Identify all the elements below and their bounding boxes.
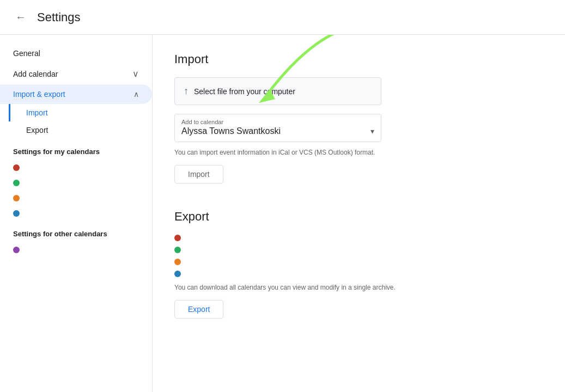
import-section-title: Import (174, 52, 543, 66)
chevron-up-icon: ∧ (133, 90, 139, 99)
calendar-dot-orange (13, 195, 20, 201)
chevron-down-icon: ∨ (132, 69, 139, 79)
export-dot-2 (174, 247, 543, 253)
header: ← Settings (0, 0, 565, 35)
export-section-title: Export (174, 210, 543, 224)
my-calendar-item-1[interactable] (0, 160, 152, 175)
page-title: Settings (37, 10, 81, 24)
upload-icon: ↑ (184, 85, 189, 97)
export-button[interactable]: Export (174, 300, 223, 318)
sidebar-item-import-export[interactable]: Import & export ∧ (0, 84, 152, 104)
export-dot-orange (174, 259, 181, 265)
calendar-dot-red (13, 164, 20, 171)
calendar-dot-purple (13, 247, 20, 253)
calendar-dot-blue (13, 210, 20, 217)
add-to-calendar-label: Add to calendar (181, 119, 374, 125)
calendar-dot-green (13, 180, 20, 186)
sidebar-item-add-calendar[interactable]: Add calendar ∨ (0, 63, 152, 84)
sidebar: General Add calendar ∨ Import & export ∧… (0, 35, 153, 392)
my-calendar-item-2[interactable] (0, 175, 152, 191)
import-button[interactable]: Import (174, 165, 223, 183)
export-hint-text: You can download all calendars you can v… (174, 284, 425, 291)
my-calendar-item-3[interactable] (0, 191, 152, 206)
export-dot-4 (174, 271, 543, 277)
my-calendars-section-header: Settings for my calendars (0, 139, 152, 160)
add-to-calendar-value: Alyssa Towns Swantkoski ▾ (181, 126, 374, 136)
layout: General Add calendar ∨ Import & export ∧… (0, 35, 565, 392)
export-dot-3 (174, 259, 543, 265)
other-calendar-item-1[interactable] (0, 242, 152, 258)
add-to-calendar-dropdown[interactable]: Add to calendar Alyssa Towns Swantkoski … (174, 114, 381, 142)
import-hint-text: You can import event information in iCal… (174, 149, 403, 156)
export-dot-blue (174, 271, 181, 277)
export-dot-red (174, 235, 181, 241)
main-content: Import ↑ Select file from your computer … (153, 35, 565, 392)
sidebar-item-export[interactable]: Export (9, 121, 152, 139)
calendar-selected-value: Alyssa Towns Swantkoski (181, 126, 281, 136)
select-file-label: Select file from your computer (194, 87, 295, 96)
export-section: Export You can download all calendars yo… (174, 210, 543, 318)
dropdown-arrow-icon: ▾ (370, 127, 374, 136)
sidebar-item-general[interactable]: General (0, 44, 152, 63)
back-button[interactable]: ← (13, 9, 28, 26)
sidebar-item-import[interactable]: Import (9, 104, 152, 121)
select-file-button[interactable]: ↑ Select file from your computer (174, 77, 381, 105)
export-calendar-dots (174, 235, 543, 277)
my-calendar-item-4[interactable] (0, 206, 152, 221)
export-dot-1 (174, 235, 543, 241)
other-calendars-section-header: Settings for other calendars (0, 221, 152, 242)
sidebar-sub-menu: Import Export (0, 104, 152, 139)
export-dot-green (174, 247, 181, 253)
